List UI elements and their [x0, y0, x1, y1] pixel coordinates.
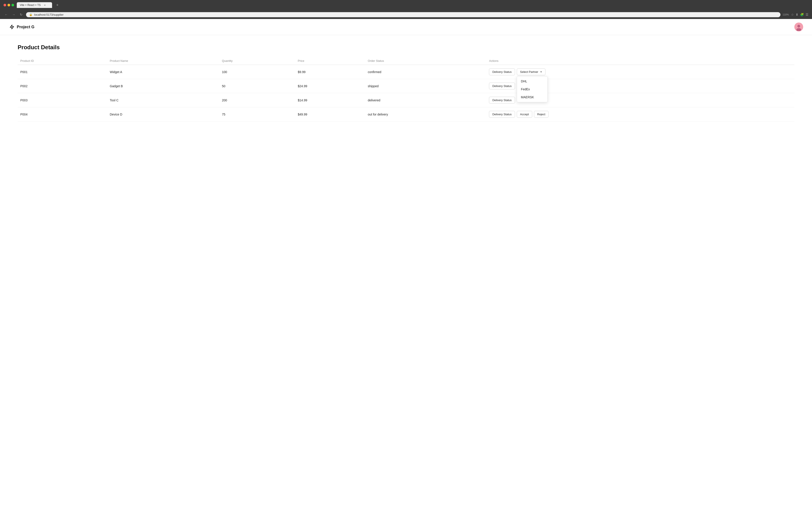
select-partner-wrapper: Select Partner ▼ DHL FedEx MAERSK: [517, 69, 546, 75]
cell-order-status: confirmed: [365, 65, 487, 79]
zoom-level: 110%: [783, 13, 789, 16]
extensions-icon[interactable]: 🧩: [800, 13, 804, 16]
partner-option-fedex[interactable]: FedEx: [517, 85, 548, 93]
col-price: Price: [295, 57, 365, 65]
delivery-status-button[interactable]: Delivery Status: [489, 83, 515, 89]
cell-price: $24.99: [295, 79, 365, 93]
partner-option-dhl[interactable]: DHL: [517, 77, 548, 85]
browser-tab[interactable]: Vite + React + TS ✕: [17, 2, 52, 8]
minimize-traffic-light[interactable]: [8, 4, 10, 6]
cell-product-name: Widget A: [107, 65, 219, 79]
page-title: Product Details: [18, 44, 794, 51]
cell-product-id: P002: [18, 79, 107, 93]
actions-container: Delivery Status Select Partner ▼ DHL Fed…: [489, 69, 792, 75]
table-row: P002 Gadget B 50 $24.99 shipped Delivery…: [18, 79, 794, 93]
svg-point-2: [797, 25, 800, 28]
col-order-status: Order Status: [365, 57, 487, 65]
cell-quantity: 50: [219, 79, 295, 93]
main-content: Product Details Product ID Product Name …: [0, 35, 812, 130]
svg-marker-0: [10, 25, 14, 29]
browser-titlebar: Vite + React + TS ✕ +: [0, 0, 812, 10]
maximize-traffic-light[interactable]: [12, 4, 14, 6]
url-text: localhost:5173/supplier: [34, 13, 63, 16]
traffic-lights: [3, 4, 14, 6]
back-button[interactable]: ←: [3, 12, 9, 17]
cell-actions: Delivery Status Select Partner ▼ DHL Fed…: [486, 65, 794, 79]
cell-product-id: P001: [18, 65, 107, 79]
cell-product-id: P004: [18, 107, 107, 122]
cell-product-name: Tool C: [107, 93, 219, 107]
col-product-id: Product ID: [18, 57, 107, 65]
toolbar-icons: ☆ ⬇ 🧩 ☰: [791, 13, 809, 16]
delivery-status-button[interactable]: Delivery Status: [489, 111, 515, 118]
cell-price: $9.99: [295, 65, 365, 79]
close-traffic-light[interactable]: [3, 4, 6, 6]
forward-button[interactable]: →: [11, 12, 16, 17]
cell-price: $49.99: [295, 107, 365, 122]
table-row: P001 Widget A 100 $9.99 confirmed Delive…: [18, 65, 794, 79]
tab-close-button[interactable]: ✕: [43, 3, 46, 6]
product-table: Product ID Product Name Quantity Price O…: [18, 57, 794, 122]
cell-product-name: Device D: [107, 107, 219, 122]
tab-title: Vite + React + TS: [20, 3, 41, 6]
app-logo: Project G: [9, 24, 34, 30]
cell-actions: Delivery Status Accept Reject: [486, 107, 794, 122]
avatar[interactable]: [794, 23, 803, 31]
partner-option-maersk[interactable]: MAERSK: [517, 93, 548, 101]
browser-chrome: Vite + React + TS ✕ + ← → ↻ 🔒 localhost:…: [0, 0, 812, 19]
reject-button[interactable]: Reject: [534, 111, 549, 118]
cell-price: $14.99: [295, 93, 365, 107]
chevron-down-icon: ▼: [540, 71, 542, 73]
header-row: Product ID Product Name Quantity Price O…: [18, 57, 794, 65]
cell-order-status: out for delivery: [365, 107, 487, 122]
col-actions: Actions: [486, 57, 794, 65]
partner-dropdown-menu: DHL FedEx MAERSK: [517, 76, 548, 102]
select-partner-label: Select Partner: [520, 70, 538, 73]
browser-toolbar: ← → ↻ 🔒 localhost:5173/supplier 110% ☆ ⬇…: [0, 10, 812, 19]
reload-button[interactable]: ↻: [18, 12, 24, 17]
col-quantity: Quantity: [219, 57, 295, 65]
actions-container: Delivery Status Accept Reject: [489, 111, 792, 118]
cell-product-id: P003: [18, 93, 107, 107]
app-title: Project G: [17, 25, 34, 29]
logo-icon: [9, 24, 15, 30]
cell-quantity: 200: [219, 93, 295, 107]
accept-button[interactable]: Accept: [517, 111, 532, 118]
download-icon[interactable]: ⬇: [796, 13, 798, 16]
app-header: Project G: [0, 19, 812, 35]
delivery-status-button[interactable]: Delivery Status: [489, 69, 515, 75]
select-partner-button[interactable]: Select Partner ▼: [517, 69, 546, 75]
delivery-status-button[interactable]: Delivery Status: [489, 97, 515, 103]
table-row: P003 Tool C 200 $14.99 delivered Deliver…: [18, 93, 794, 107]
table-header: Product ID Product Name Quantity Price O…: [18, 57, 794, 65]
bookmark-icon[interactable]: ☆: [791, 13, 794, 16]
table-row: P004 Device D 75 $49.99 out for delivery…: [18, 107, 794, 122]
cell-quantity: 75: [219, 107, 295, 122]
cell-quantity: 100: [219, 65, 295, 79]
cell-order-status: delivered: [365, 93, 487, 107]
cell-order-status: shipped: [365, 79, 487, 93]
menu-icon[interactable]: ☰: [806, 13, 809, 16]
cell-product-name: Gadget B: [107, 79, 219, 93]
app-window: Project G Product Details Product ID Pro…: [0, 19, 812, 526]
table-body: P001 Widget A 100 $9.99 confirmed Delive…: [18, 65, 794, 122]
col-product-name: Product Name: [107, 57, 219, 65]
address-bar[interactable]: 🔒 localhost:5173/supplier: [26, 12, 781, 17]
new-tab-button[interactable]: +: [55, 2, 60, 8]
